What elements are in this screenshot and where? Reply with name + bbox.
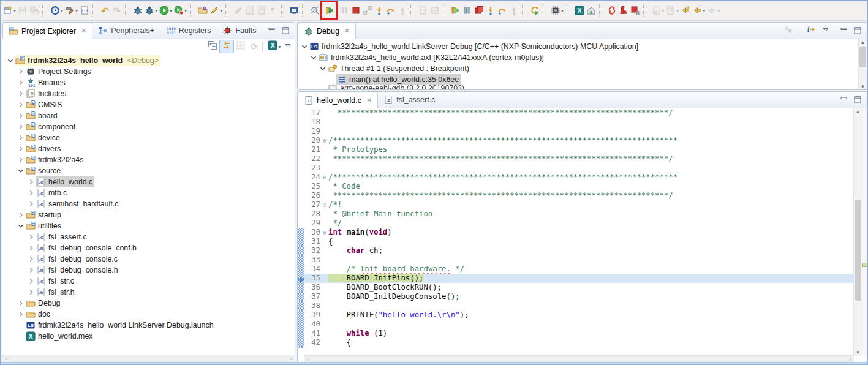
expand-arrow-icon[interactable] [17,211,25,219]
expand-arrow-icon[interactable] [17,100,25,109]
close-tab-icon[interactable]: ✕ [81,27,86,35]
resume-at-line-button[interactable] [429,3,440,18]
editor-tab-fsl-assert-c[interactable]: .cfsl_assert.c [378,92,441,108]
dropdown-arrow-icon[interactable]: ▾ [717,8,720,13]
code-line-18[interactable]: 18 [298,118,867,127]
expand-arrow-icon[interactable] [17,299,25,307]
link-with-editor-button[interactable] [219,40,234,53]
tree-item-frdmk32l2a4s[interactable]: Cfrdmk32l2a4s [2,154,295,165]
tree-item-hello-world-c[interactable]: .chello_world.c [2,176,295,187]
disconnect-button[interactable] [361,3,373,18]
expand-arrow-icon[interactable] [27,266,36,274]
collapse-arrow-icon[interactable] [300,42,309,51]
boot-utility-button[interactable] [617,3,629,18]
dropdown-arrow-icon[interactable]: ▾ [662,8,664,13]
collapse-arrow-icon[interactable] [319,64,327,73]
code-line-35[interactable]: 35 BOARD_InitPins(); [298,274,867,283]
redo-button[interactable]: ↷ [111,3,123,18]
tree-item-frdmk32l2a4s-hello-world-linkserver-debu[interactable]: LSfrdmk32l2a4s_hello_world LinkServer De… [298,41,867,52]
minimize-button[interactable] [267,26,277,36]
dropdown-arrow-icon[interactable]: ▾ [155,8,157,13]
suspend-all-button[interactable] [461,3,473,18]
code-line-30[interactable]: 30⊖int main(void) [298,228,867,237]
tree-item-component[interactable]: Ccomponent [2,121,295,132]
minimize-button[interactable] [839,95,849,105]
import-button[interactable]: ▾ [650,3,665,18]
open-resource-button[interactable] [197,3,208,18]
tree-item-fsl-debug-console-h[interactable]: .hfsl_debug_console.h [2,265,295,276]
open-console-button[interactable] [288,3,300,18]
debug-scroll-thumb[interactable] [859,47,866,67]
dropdown-arrow-icon[interactable]: ▾ [170,8,172,13]
view-menu-button[interactable] [281,40,295,53]
expand-arrow-icon[interactable] [17,78,25,87]
tree-item-fsl-str-c[interactable]: .cfsl_str.c [2,276,295,287]
build-binary-button[interactable]: 010 [78,3,90,18]
tree-item-binaries[interactable]: 101Binaries [2,77,295,88]
focus-on-active-button[interactable]: i [804,24,818,37]
scroll-up-arrow[interactable]: ▲ [859,39,867,46]
move-to-line-button[interactable] [417,3,429,18]
tree-item-frdmk32l2a4s-hello-world-linkserver-debu[interactable]: LSfrdmk32l2a4s_hello_world LinkServer De… [2,320,295,331]
dropdown-arrow-icon[interactable]: ▾ [703,8,705,13]
code-line-34[interactable]: 34 /* Init board hardware. */ [298,265,867,274]
editor-scroll-thumb[interactable] [855,200,861,301]
launch-timer-button[interactable]: ▾ [49,3,64,18]
reset-button[interactable] [529,3,540,18]
edit-mode-button[interactable] [232,3,244,18]
collapse-arrow-icon[interactable] [309,53,318,62]
restart-button[interactable] [450,3,461,18]
code-line-32[interactable]: 32 char ch; [298,246,867,255]
undo-button[interactable]: ↶ [99,3,111,18]
dropdown-arrow-icon[interactable]: ▾ [220,8,222,13]
code-line-38[interactable]: 38 [298,301,867,310]
expand-arrow-icon[interactable] [17,89,25,98]
expand-arrow-icon[interactable] [17,122,25,131]
code-line-42[interactable]: 42 { [298,338,867,347]
last-edit-location-button[interactable] [679,3,691,18]
code-line-17[interactable]: 17 *************************************… [298,108,867,118]
code-line-31[interactable]: 31{ [298,237,867,246]
tree-item-mtb-c[interactable]: .cmtb.c [2,187,295,198]
run-button[interactable]: ▾ [158,3,173,18]
expand-arrow-icon[interactable] [27,255,36,263]
tree-item-arm-none-eabi-gdb-8-2-0-20190703[interactable]: arm-none-eabi-gdb (8.2.0.20190703) [298,85,867,90]
expand-arrow-icon[interactable] [17,134,25,142]
step-over-all-button[interactable] [496,3,508,18]
expand-arrow-icon[interactable] [27,244,36,252]
resume-button[interactable] [320,1,338,20]
code-line-43[interactable]: 43 ch = GETCHAR(); [298,347,867,348]
close-tab-icon[interactable]: ✕ [366,96,372,104]
flash-programmer-button[interactable]: ▾ [549,3,564,18]
expand-arrow-icon[interactable] [17,145,25,153]
expand-arrow-icon[interactable] [27,277,36,285]
tree-item-startup[interactable]: Cstartup [2,209,295,220]
code-line-33[interactable]: 33 [298,255,867,265]
export-button[interactable]: ▾ [665,3,679,18]
editor-tab-hello-world-c[interactable]: .chello_world.c✕ [298,92,378,108]
dropdown-arrow-icon[interactable]: ▾ [278,44,281,50]
scroll-down-arrow[interactable]: ▼ [854,348,862,356]
config-tools-button[interactable]: X [573,3,585,18]
tree-item-frdmk32l2a4s-hello-world-axf-k32l2a41xxx[interactable]: frdmk32l2a4s_hello_world.axf [K32L2A41xx… [298,52,867,63]
terminate-button[interactable] [350,3,361,18]
expand-arrow-icon[interactable] [27,189,36,197]
tree-item-fsl-debug-console-c[interactable]: .cfsl_debug_console.c [2,254,295,265]
code-line-41[interactable]: 41 while (1) [298,329,867,338]
forward-button[interactable]: ▾ [706,3,720,18]
dropdown-arrow-icon[interactable]: ▾ [61,8,63,13]
exec-line-annotation[interactable] [862,263,867,267]
code-line-36[interactable]: 36 BOARD_BootClockRUN(); [298,283,867,292]
linkserver-button[interactable] [606,3,617,18]
tree-item-project-settings[interactable]: Project Settings [2,66,295,77]
save-all-button[interactable] [28,3,40,18]
expand-arrow-icon[interactable] [27,178,36,186]
config-tools-menu-button[interactable]: X▾ [268,40,281,53]
toggle-search-button[interactable] [309,3,320,18]
tree-item-debug[interactable]: Debug [2,298,295,309]
code-line-19[interactable]: 19 [298,127,867,136]
dropdown-arrow-icon[interactable]: ▾ [184,8,187,13]
tree-item-source[interactable]: Csource [2,165,295,176]
tree-item-cmsis[interactable]: CCMSIS [2,99,295,110]
collapse-all-button[interactable] [206,40,219,53]
